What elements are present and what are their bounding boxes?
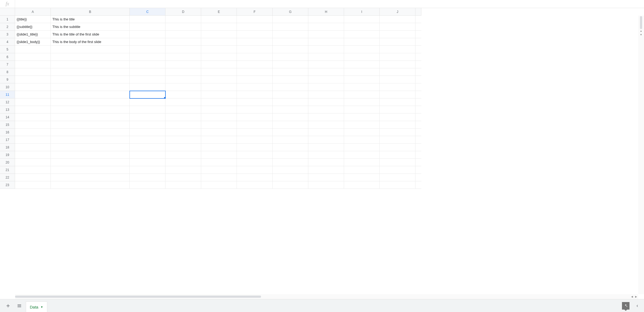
- cell[interactable]: [51, 98, 130, 106]
- row-header[interactable]: 4: [0, 38, 15, 46]
- cell[interactable]: [237, 136, 273, 144]
- cell[interactable]: [273, 16, 308, 23]
- cell[interactable]: [237, 91, 273, 98]
- row-header[interactable]: 14: [0, 114, 15, 121]
- cell[interactable]: [273, 129, 308, 136]
- column-header[interactable]: C: [130, 8, 165, 16]
- row-header[interactable]: 19: [0, 151, 15, 159]
- cell[interactable]: [165, 136, 201, 144]
- cell[interactable]: [130, 106, 165, 114]
- cell[interactable]: [344, 98, 380, 106]
- row-header[interactable]: 23: [0, 181, 15, 189]
- cell-selected[interactable]: [130, 91, 165, 98]
- cell[interactable]: [201, 31, 237, 38]
- scroll-right-icon[interactable]: ▶: [634, 295, 638, 298]
- cell[interactable]: [237, 31, 273, 38]
- cell[interactable]: [237, 16, 273, 23]
- cell[interactable]: [273, 106, 308, 114]
- cell[interactable]: [130, 151, 165, 159]
- cell[interactable]: [380, 23, 415, 31]
- cell[interactable]: {{title}}: [15, 16, 51, 23]
- cell[interactable]: [380, 136, 415, 144]
- cell[interactable]: [380, 53, 415, 61]
- cell[interactable]: [344, 31, 380, 38]
- cell[interactable]: [273, 151, 308, 159]
- cell[interactable]: [51, 106, 130, 114]
- side-panel-toggle[interactable]: ‹: [634, 303, 641, 309]
- cell[interactable]: [130, 159, 165, 166]
- cell[interactable]: [344, 16, 380, 23]
- cell[interactable]: [130, 144, 165, 151]
- row-header[interactable]: 22: [0, 174, 15, 181]
- cell[interactable]: [201, 159, 237, 166]
- row-header[interactable]: 8: [0, 68, 15, 76]
- cell[interactable]: [237, 76, 273, 83]
- cell[interactable]: [273, 159, 308, 166]
- cell[interactable]: [201, 38, 237, 46]
- cell[interactable]: [15, 144, 51, 151]
- cell[interactable]: {{slide1_body}}: [15, 38, 51, 46]
- cell[interactable]: [380, 181, 415, 189]
- cell[interactable]: [165, 166, 201, 174]
- cell[interactable]: [237, 68, 273, 76]
- cell[interactable]: [15, 181, 51, 189]
- cell[interactable]: [273, 46, 308, 53]
- cell[interactable]: [51, 114, 130, 121]
- cell[interactable]: [380, 31, 415, 38]
- cell[interactable]: [15, 83, 51, 91]
- cell[interactable]: [344, 46, 380, 53]
- cell[interactable]: [201, 16, 237, 23]
- cell[interactable]: [130, 76, 165, 83]
- row-header[interactable]: 2: [0, 23, 15, 31]
- add-sheet-button[interactable]: [3, 301, 13, 311]
- cell[interactable]: [380, 83, 415, 91]
- cell[interactable]: [51, 46, 130, 53]
- cell[interactable]: [51, 76, 130, 83]
- cell[interactable]: [15, 159, 51, 166]
- cell[interactable]: [15, 166, 51, 174]
- cell[interactable]: [308, 46, 344, 53]
- cell[interactable]: [165, 151, 201, 159]
- cell[interactable]: [237, 121, 273, 129]
- row-header[interactable]: 17: [0, 136, 15, 144]
- column-header[interactable]: A: [15, 8, 51, 16]
- cell[interactable]: [51, 121, 130, 129]
- cell[interactable]: [51, 144, 130, 151]
- cell[interactable]: [51, 151, 130, 159]
- cell[interactable]: [15, 151, 51, 159]
- cell[interactable]: [165, 76, 201, 83]
- cell[interactable]: [237, 129, 273, 136]
- cell[interactable]: [380, 159, 415, 166]
- cell[interactable]: [165, 98, 201, 106]
- cell[interactable]: [51, 91, 130, 98]
- cell[interactable]: This is the subtitle: [51, 23, 130, 31]
- cell[interactable]: [273, 76, 308, 83]
- row-header[interactable]: 7: [0, 61, 15, 68]
- cell[interactable]: [15, 46, 51, 53]
- cell[interactable]: [237, 98, 273, 106]
- scroll-up-icon[interactable]: ▲: [640, 29, 642, 33]
- cell[interactable]: [380, 144, 415, 151]
- cell[interactable]: [273, 136, 308, 144]
- select-all-corner[interactable]: [0, 8, 15, 16]
- cell[interactable]: [273, 23, 308, 31]
- cell[interactable]: [308, 38, 344, 46]
- cell[interactable]: [130, 83, 165, 91]
- cell[interactable]: [51, 166, 130, 174]
- cell[interactable]: This is the title of the first slide: [51, 31, 130, 38]
- cell[interactable]: [130, 166, 165, 174]
- cell[interactable]: {{subtitle}}: [15, 23, 51, 31]
- cell[interactable]: [130, 23, 165, 31]
- row-header[interactable]: 13: [0, 106, 15, 114]
- cell[interactable]: [273, 83, 308, 91]
- column-header[interactable]: E: [201, 8, 237, 16]
- cell[interactable]: [273, 91, 308, 98]
- horizontal-scroll-thumb[interactable]: [15, 296, 261, 298]
- row-header[interactable]: 20: [0, 159, 15, 166]
- cell[interactable]: [165, 159, 201, 166]
- row-header[interactable]: 21: [0, 166, 15, 174]
- row-header[interactable]: 9: [0, 76, 15, 83]
- cell[interactable]: [237, 181, 273, 189]
- cell[interactable]: [51, 181, 130, 189]
- horizontal-scroll-track[interactable]: [15, 296, 630, 298]
